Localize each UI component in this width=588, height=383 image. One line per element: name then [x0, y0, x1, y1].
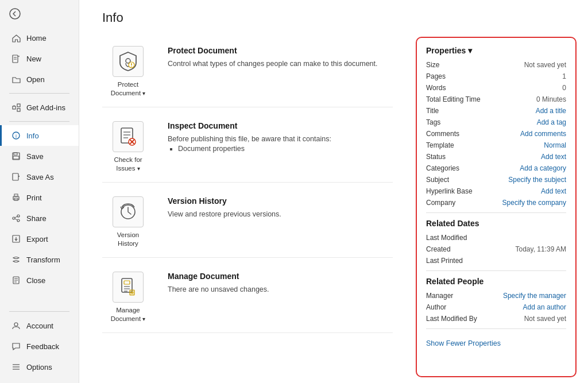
sidebar-item-save-as-label: Save As: [26, 173, 54, 181]
manage-document-label: ManageDocument ▾: [111, 306, 146, 323]
properties-arrow[interactable]: ▾: [468, 46, 472, 55]
sidebar-item-options[interactable]: Options: [0, 357, 79, 377]
version-history-desc: View and restore previous versions.: [168, 209, 281, 220]
sidebar-item-account-label: Account: [26, 322, 53, 330]
sidebar-item-account[interactable]: Account: [0, 315, 79, 336]
sidebar-item-info[interactable]: i Info: [0, 125, 79, 146]
sidebar-item-save-as[interactable]: Save As: [0, 167, 79, 187]
panel-manage-document: ManageDocument ▾ Manage Document There a…: [102, 262, 393, 333]
prop-value-editing-time: 0 Minutes: [485, 95, 566, 103]
check-for-issues-button[interactable]: Check forIssues ▾: [102, 121, 154, 173]
sidebar-item-home-label: Home: [26, 34, 47, 42]
prop-value-comments[interactable]: Add comments: [482, 130, 566, 138]
prop-value-subject[interactable]: Specify the subject: [482, 176, 566, 184]
protect-document-label: ProtectDocument ▾: [111, 80, 146, 98]
back-button[interactable]: [0, 0, 79, 28]
prop-row-subject: Subject Specify the subject: [426, 176, 566, 184]
sidebar-item-get-add-ins[interactable]: Get Add-ins: [0, 97, 79, 118]
feedback-icon: [11, 342, 21, 351]
sidebar-item-feedback[interactable]: Feedback: [0, 336, 79, 357]
inspect-document-desc: Before publishing this file, be aware th…: [168, 134, 331, 145]
svg-line-23: [15, 216, 17, 218]
sidebar-item-feedback-label: Feedback: [26, 342, 59, 351]
prop-row-comments: Comments Add comments: [426, 130, 566, 138]
svg-rect-13: [13, 156, 19, 159]
svg-point-31: [14, 323, 18, 326]
sidebar-item-new[interactable]: New: [0, 48, 79, 69]
prop-value-tags[interactable]: Add a tag: [482, 118, 566, 126]
print-icon: [11, 193, 21, 202]
prop-label-pages: Pages: [426, 72, 478, 80]
sidebar-item-export-label: Export: [26, 235, 48, 243]
protect-document-text: Protect Document Control what types of c…: [168, 46, 378, 69]
content-area: ProtectDocument ▾ Protect Document Contr…: [79, 31, 588, 383]
sidebar-item-print[interactable]: Print: [0, 187, 79, 208]
sidebar-item-export[interactable]: Export: [0, 229, 79, 249]
svg-text:i: i: [16, 133, 17, 139]
sidebar-item-new-label: New: [26, 55, 41, 63]
properties-title: Properties ▾: [426, 46, 566, 55]
related-dates-label: Related Dates: [426, 219, 479, 228]
sidebar-item-open[interactable]: Open: [0, 69, 79, 90]
prop-label-subject: Subject: [426, 176, 478, 184]
inspect-document-subitems: Document properties: [178, 145, 331, 153]
svg-point-20: [17, 215, 20, 217]
prop-value-author[interactable]: Add an author: [482, 303, 566, 311]
home-icon: [11, 33, 21, 42]
prop-row-manager: Manager Specify the manager: [426, 292, 566, 300]
prop-label-tags: Tags: [426, 118, 478, 126]
open-icon: [11, 75, 21, 84]
prop-label-comments: Comments: [426, 130, 478, 138]
prop-value-words: 0: [482, 84, 566, 92]
panel-protect-document: ProtectDocument ▾ Protect Document Contr…: [102, 37, 393, 107]
sidebar-nav: Home New Open Get Add-ins: [0, 28, 79, 308]
sidebar-item-save[interactable]: Save: [0, 146, 79, 167]
manage-document-icon: [113, 272, 144, 303]
prop-value-title[interactable]: Add a title: [482, 107, 566, 115]
sidebar-item-home[interactable]: Home: [0, 28, 79, 48]
prop-label-title: Title: [426, 107, 478, 115]
prop-label-created: Created: [426, 245, 478, 253]
prop-value-hyperlink-base[interactable]: Add text: [482, 187, 566, 195]
options-icon: [11, 362, 21, 372]
manage-document-button[interactable]: ManageDocument ▾: [102, 272, 154, 323]
sidebar-item-share[interactable]: Share: [0, 208, 79, 229]
prop-label-hyperlink-base: Hyperlink Base: [426, 187, 478, 195]
prop-label-editing-time: Total Editing Time: [426, 95, 481, 103]
svg-rect-18: [14, 194, 18, 196]
sidebar-item-get-add-ins-label: Get Add-ins: [26, 103, 65, 112]
sidebar-divider-bottom: [9, 311, 69, 312]
protect-document-button[interactable]: ProtectDocument ▾: [102, 46, 154, 98]
prop-value-last-modified-by: Not saved yet: [482, 315, 566, 323]
prop-value-manager[interactable]: Specify the manager: [482, 292, 566, 300]
prop-value-size: Not saved yet: [482, 61, 566, 69]
prop-label-last-modified-by: Last Modified By: [426, 315, 478, 323]
inspect-document-title: Inspect Document: [168, 121, 331, 130]
version-history-button[interactable]: VersionHistory: [102, 196, 154, 248]
prop-row-categories: Categories Add a category: [426, 164, 566, 172]
prop-value-pages: 1: [482, 72, 566, 80]
prop-row-last-modified: Last Modified: [426, 234, 566, 242]
prop-label-author: Author: [426, 303, 478, 311]
sidebar-item-info-label: Info: [26, 131, 39, 140]
version-history-icon: [113, 196, 144, 227]
sidebar-item-transform[interactable]: Transform: [0, 249, 79, 270]
prop-value-categories[interactable]: Add a category: [482, 164, 566, 172]
sidebar-item-print-label: Print: [26, 194, 42, 202]
svg-point-21: [13, 217, 15, 219]
version-history-title: Version History: [168, 196, 281, 206]
panel-version-history: VersionHistory Version History View and …: [102, 187, 393, 258]
manage-document-desc: There are no unsaved changes.: [168, 284, 269, 295]
prop-row-hyperlink-base: Hyperlink Base Add text: [426, 187, 566, 195]
sidebar-bottom: Account Feedback Options: [0, 308, 79, 383]
prop-row-last-printed: Last Printed: [426, 257, 566, 265]
share-icon: [11, 214, 21, 223]
protect-document-desc: Control what types of changes people can…: [168, 59, 378, 69]
prop-row-created: Created Today, 11:39 AM: [426, 245, 566, 253]
prop-value-status[interactable]: Add text: [482, 153, 566, 161]
sidebar-item-close[interactable]: Close: [0, 270, 79, 291]
prop-row-tags: Tags Add a tag: [426, 118, 566, 126]
prop-value-template[interactable]: Normal: [482, 141, 566, 149]
prop-value-company[interactable]: Specify the company: [482, 199, 566, 207]
show-fewer-properties-link[interactable]: Show Fewer Properties: [426, 339, 501, 347]
